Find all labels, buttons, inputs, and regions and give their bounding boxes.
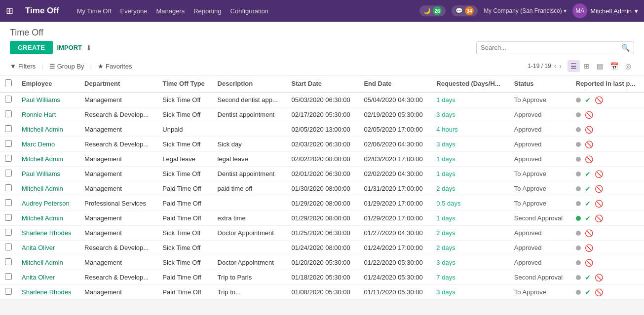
row-end-date: 01/24/2020 17:00:00 — [359, 241, 431, 255]
deny-icon[interactable]: 🚫 — [595, 96, 603, 104]
deny-icon[interactable]: 🚫 — [595, 185, 603, 193]
deny-icon[interactable]: 🚫 — [595, 274, 603, 281]
user-menu[interactable]: MA Mitchell Admin ▾ — [572, 3, 638, 18]
view-table[interactable]: ▤ — [594, 60, 606, 72]
nav-my-time-off[interactable]: My Time Off — [77, 7, 112, 15]
deny-icon[interactable]: 🚫 — [595, 288, 603, 296]
employee-link[interactable]: Mitchell Admin — [22, 126, 63, 133]
row-requested: 0.5 days — [431, 196, 509, 211]
row-select-checkbox[interactable] — [5, 273, 12, 280]
row-actions: 🚫 — [571, 107, 644, 122]
row-select-checkbox[interactable] — [5, 258, 12, 265]
deny-icon[interactable]: 🚫 — [585, 259, 593, 267]
deny-icon[interactable]: 🚫 — [585, 126, 593, 134]
approve-icon[interactable]: ✔ — [585, 200, 591, 208]
table-row: Mitchell Admin Management Paid Time Off … — [0, 211, 644, 226]
row-actions: 🚫 — [571, 255, 644, 270]
row-select-checkbox[interactable] — [5, 244, 12, 250]
approve-icon[interactable]: ✔ — [585, 274, 591, 281]
search-input[interactable] — [481, 44, 621, 51]
row-employee: Anita Oliver — [17, 270, 79, 285]
row-select-checkbox[interactable] — [5, 125, 12, 132]
app-grid-icon[interactable]: ⊞ — [6, 5, 13, 16]
row-start-date: 01/29/2020 08:00:00 — [287, 196, 359, 211]
filters-button[interactable]: ▼ Filters — [10, 63, 36, 70]
employee-link[interactable]: Mitchell Admin — [22, 259, 63, 266]
row-select-checkbox[interactable] — [5, 214, 12, 221]
approve-icon[interactable]: ✔ — [585, 170, 591, 178]
import-button[interactable]: IMPORT — [57, 44, 82, 51]
row-end-date: 01/31/2020 17:00:00 — [359, 181, 431, 196]
row-status: Approved — [509, 152, 571, 167]
nav-reporting[interactable]: Reporting — [193, 7, 221, 15]
row-checkbox — [0, 137, 17, 152]
row-actions: ✔ 🚫 — [571, 285, 644, 300]
nav-configuration[interactable]: Configuration — [230, 7, 268, 15]
employee-link[interactable]: Sharlene Rhodes — [22, 229, 71, 237]
chat-badge[interactable]: 💬 34 — [452, 5, 478, 16]
row-status: To Approve — [509, 92, 571, 107]
moon-badge[interactable]: 🌙 26 — [419, 5, 446, 16]
view-icons: ☰ ⊞ ▤ 📅 ◎ — [568, 60, 634, 72]
row-select-checkbox[interactable] — [5, 140, 12, 147]
create-button[interactable]: CREATE — [10, 41, 53, 54]
employee-link[interactable]: Paul Williams — [22, 96, 60, 104]
view-calendar[interactable]: 📅 — [607, 60, 621, 72]
select-all-checkbox[interactable] — [5, 79, 12, 86]
deny-icon[interactable]: 🚫 — [585, 140, 593, 148]
groupby-button[interactable]: ☰ Group By — [49, 63, 84, 70]
top-navigation: ⊞ Time Off My Time Off Everyone Managers… — [0, 0, 644, 22]
row-description: Dentist appointment — [213, 107, 287, 122]
row-checkbox — [0, 167, 17, 181]
nav-managers[interactable]: Managers — [156, 7, 185, 15]
company-selector[interactable]: My Company (San Francisco) ▾ — [484, 7, 567, 14]
row-select-checkbox[interactable] — [5, 110, 12, 117]
approve-icon[interactable]: ✔ — [585, 185, 591, 193]
row-end-date: 02/06/2020 04:30:00 — [359, 137, 431, 152]
deny-icon[interactable]: 🚫 — [595, 214, 603, 222]
view-list[interactable]: ☰ — [568, 60, 580, 72]
employee-link[interactable]: Sharlene Rhodes — [22, 288, 71, 296]
row-actions: 🚫 — [571, 226, 644, 241]
employee-link[interactable]: Mitchell Admin — [22, 155, 63, 163]
deny-icon[interactable]: 🚫 — [585, 111, 593, 119]
nav-everyone[interactable]: Everyone — [120, 7, 147, 15]
row-requested: 7 days — [431, 270, 509, 285]
row-select-checkbox[interactable] — [5, 288, 12, 295]
row-select-checkbox[interactable] — [5, 96, 12, 103]
favorites-button[interactable]: ★ Favorites — [98, 63, 132, 70]
row-department: Management — [79, 167, 157, 181]
deny-icon[interactable]: 🚫 — [595, 170, 603, 178]
approve-icon[interactable]: ✔ — [585, 214, 591, 222]
view-kanban[interactable]: ⊞ — [581, 60, 593, 72]
row-select-checkbox[interactable] — [5, 155, 12, 162]
employee-link[interactable]: Mitchell Admin — [22, 185, 63, 192]
employee-link[interactable]: Anita Oliver — [22, 244, 55, 251]
employee-link[interactable]: Anita Oliver — [22, 274, 55, 281]
download-button[interactable]: ⬇ — [86, 44, 92, 52]
approve-icon[interactable]: ✔ — [585, 288, 591, 296]
row-select-checkbox[interactable] — [5, 199, 12, 206]
col-description: Description — [213, 75, 287, 92]
approve-icon[interactable]: ✔ — [585, 96, 591, 104]
employee-link[interactable]: Ronnie Hart — [22, 111, 56, 118]
employee-link[interactable]: Paul Williams — [22, 170, 60, 177]
row-select-checkbox[interactable] — [5, 229, 12, 236]
employee-link[interactable]: Audrey Peterson — [22, 200, 70, 207]
deny-icon[interactable]: 🚫 — [595, 200, 603, 208]
deny-icon[interactable]: 🚫 — [585, 244, 593, 252]
row-employee: Paul Williams — [17, 167, 79, 181]
deny-icon[interactable]: 🚫 — [585, 229, 593, 237]
row-select-checkbox[interactable] — [5, 170, 12, 176]
row-status: Second Approval — [509, 270, 571, 285]
pagination-prev[interactable]: ‹ — [554, 62, 557, 70]
employee-link[interactable]: Mitchell Admin — [22, 214, 63, 222]
row-select-checkbox[interactable] — [5, 184, 12, 191]
row-start-date: 02/02/2020 08:00:00 — [287, 152, 359, 167]
status-dot — [576, 216, 581, 221]
table-row: Mitchell Admin Management Legal leave le… — [0, 152, 644, 167]
deny-icon[interactable]: 🚫 — [585, 155, 593, 163]
view-activity[interactable]: ◎ — [622, 60, 634, 72]
employee-link[interactable]: Marc Demo — [22, 140, 55, 148]
pagination-next[interactable]: › — [559, 62, 562, 70]
